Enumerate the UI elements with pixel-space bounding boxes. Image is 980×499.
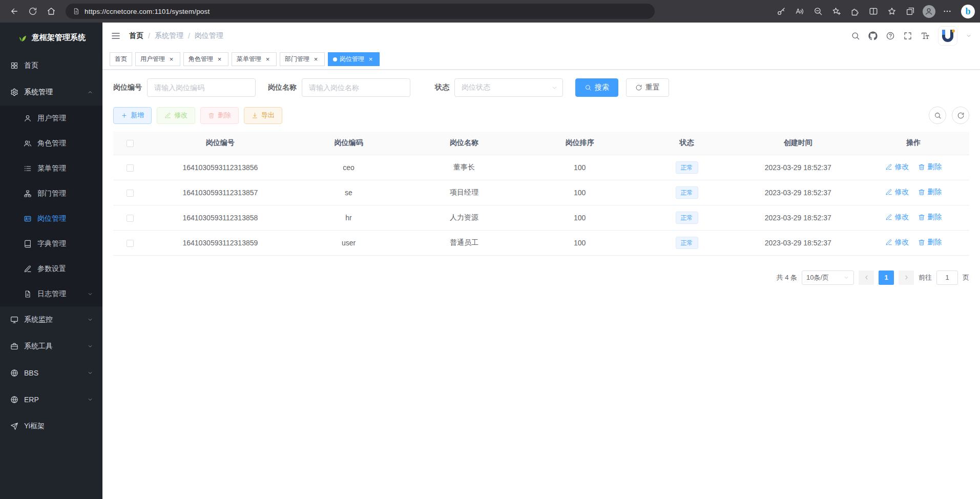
browser-menu-button[interactable]: [939, 3, 956, 20]
page-number-button[interactable]: 1: [879, 271, 894, 285]
sidebar-item-yi[interactable]: Yi框架: [0, 413, 102, 440]
toggle-search-button[interactable]: [929, 107, 946, 124]
person-icon: [923, 6, 934, 17]
status-select[interactable]: 岗位状态: [454, 78, 563, 97]
sidebar-item-erp[interactable]: ERP: [0, 386, 102, 413]
row-checkbox[interactable]: [127, 215, 134, 222]
sidebar-item-bbs[interactable]: BBS: [0, 360, 102, 386]
goto-page-input[interactable]: [936, 271, 958, 285]
sidebar-item-dict[interactable]: 字典管理: [0, 231, 102, 256]
search-button[interactable]: 搜索: [575, 78, 618, 97]
tab-post-active[interactable]: 岗位管理 ×: [328, 52, 380, 66]
row-delete-button[interactable]: 删除: [918, 213, 942, 222]
sidebar-item-system[interactable]: 系统管理: [0, 79, 102, 106]
row-edit-button[interactable]: 修改: [885, 188, 909, 197]
tab-dept[interactable]: 部门管理 ×: [280, 52, 325, 66]
split-screen-button[interactable]: [865, 3, 882, 20]
zoom-button[interactable]: [809, 3, 827, 20]
refresh-icon: [957, 112, 965, 119]
row-edit-button[interactable]: 修改: [885, 162, 909, 172]
search-icon: [934, 112, 942, 119]
users-icon: [24, 139, 32, 148]
read-aloud-button[interactable]: [791, 3, 808, 20]
sidebar-item-log[interactable]: 日志管理: [0, 281, 102, 306]
ellipsis-icon: [943, 7, 952, 16]
delete-button[interactable]: 删除: [200, 107, 239, 124]
reset-button[interactable]: 重置: [626, 78, 669, 97]
app-logo[interactable]: 意框架管理系统: [0, 23, 102, 52]
site-info-icon[interactable]: [73, 8, 80, 15]
book-icon: [24, 240, 32, 248]
password-manager-button[interactable]: [773, 3, 790, 20]
bing-copilot-button[interactable]: b: [961, 5, 975, 18]
chevron-left-icon: [863, 274, 870, 281]
row-checkbox[interactable]: [127, 190, 134, 197]
row-delete-button[interactable]: 删除: [918, 162, 942, 172]
tab-user[interactable]: 用户管理 ×: [135, 52, 180, 66]
browser-refresh-button[interactable]: [24, 2, 42, 20]
row-delete-button[interactable]: 删除: [918, 188, 942, 197]
tab-menu[interactable]: 菜单管理 ×: [232, 52, 277, 66]
col-post-id: 岗位编号: [148, 132, 293, 155]
post-name-input[interactable]: [302, 78, 410, 97]
row-delete-button[interactable]: 删除: [918, 238, 942, 247]
help-button[interactable]: [886, 31, 895, 40]
select-all-checkbox[interactable]: [127, 140, 134, 147]
page-size-select[interactable]: 10条/页: [802, 271, 854, 285]
header-search-button[interactable]: [851, 31, 860, 40]
tab-home[interactable]: 首页: [110, 52, 132, 66]
row-checkbox[interactable]: [127, 164, 134, 172]
browser-chrome: https://ccnetcore.com:1101/system/post b: [0, 0, 980, 23]
add-button[interactable]: 新增: [113, 107, 152, 124]
edit-pen-icon: [24, 265, 32, 273]
font-size-button[interactable]: [921, 31, 930, 40]
user-icon: [24, 114, 32, 122]
breadcrumb-home[interactable]: 首页: [129, 31, 143, 40]
breadcrumb-separator: /: [148, 32, 150, 40]
row-checkbox[interactable]: [127, 240, 134, 247]
sidebar-item-post[interactable]: 岗位管理: [0, 206, 102, 231]
breadcrumb-post: 岗位管理: [195, 31, 223, 40]
favorites-button[interactable]: [883, 3, 901, 20]
tab-close-icon[interactable]: ×: [264, 55, 272, 63]
sidebar-item-home[interactable]: 首页: [0, 52, 102, 79]
add-favorite-button[interactable]: [828, 3, 845, 20]
sidebar-item-tools[interactable]: 系统工具: [0, 333, 102, 360]
chevron-down-icon: [87, 397, 93, 403]
export-button[interactable]: 导出: [244, 107, 282, 124]
table-header-row: 岗位编号 岗位编码 岗位名称 岗位排序 状态 创建时间 操作: [113, 132, 969, 155]
tab-close-icon[interactable]: ×: [216, 55, 223, 63]
collections-button[interactable]: [902, 3, 919, 20]
caret-down-icon[interactable]: [966, 33, 972, 39]
cell-post-sort: 100: [524, 155, 635, 180]
extensions-button[interactable]: [846, 3, 864, 20]
sidebar-item-monitor[interactable]: 系统监控: [0, 306, 102, 333]
sidebar-item-param[interactable]: 参数设置: [0, 256, 102, 281]
profile-button[interactable]: [920, 3, 937, 20]
github-button[interactable]: [868, 31, 878, 40]
tab-close-icon[interactable]: ×: [168, 55, 175, 63]
sidebar-item-role[interactable]: 角色管理: [0, 131, 102, 156]
browser-back-button[interactable]: [5, 2, 24, 20]
refresh-table-button[interactable]: [952, 107, 969, 124]
post-code-input[interactable]: [147, 78, 256, 97]
tab-role[interactable]: 角色管理 ×: [183, 52, 228, 66]
breadcrumb-separator: /: [188, 32, 190, 40]
prev-page-button[interactable]: [859, 271, 874, 285]
sidebar-item-label: 日志管理: [37, 289, 66, 299]
tab-close-icon[interactable]: ×: [312, 55, 320, 63]
row-edit-button[interactable]: 修改: [885, 213, 909, 222]
tab-close-icon[interactable]: ×: [367, 55, 374, 63]
next-page-button[interactable]: [899, 271, 914, 285]
browser-home-button[interactable]: [42, 2, 60, 20]
fullscreen-button[interactable]: [903, 31, 912, 40]
row-edit-button[interactable]: 修改: [885, 238, 909, 247]
user-avatar[interactable]: [938, 26, 957, 46]
edit-button[interactable]: 修改: [157, 107, 195, 124]
sidebar-toggle-button[interactable]: [111, 31, 121, 41]
sidebar-item-menu[interactable]: 菜单管理: [0, 156, 102, 181]
sidebar-item-dept[interactable]: 部门管理: [0, 181, 102, 206]
breadcrumb-system[interactable]: 系统管理: [155, 31, 183, 40]
address-bar[interactable]: https://ccnetcore.com:1101/system/post: [66, 4, 655, 19]
sidebar-item-user[interactable]: 用户管理: [0, 106, 102, 131]
